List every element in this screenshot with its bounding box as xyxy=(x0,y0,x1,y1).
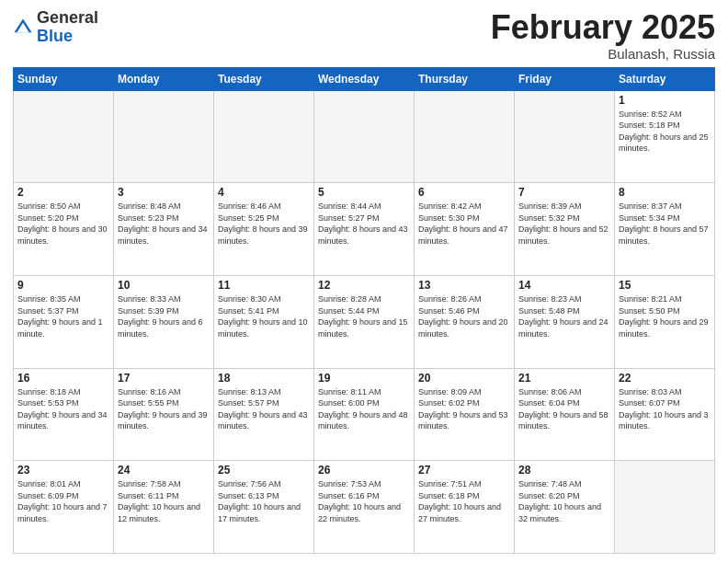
calendar-day-cell: 19Sunrise: 8:11 AM Sunset: 6:00 PM Dayli… xyxy=(314,368,415,461)
day-info: Sunrise: 8:52 AM Sunset: 5:18 PM Dayligh… xyxy=(619,109,711,155)
day-info: Sunrise: 8:18 AM Sunset: 5:53 PM Dayligh… xyxy=(17,386,109,432)
calendar-day-cell: 25Sunrise: 7:56 AM Sunset: 6:13 PM Dayli… xyxy=(214,461,314,554)
day-info: Sunrise: 8:30 AM Sunset: 5:41 PM Dayligh… xyxy=(218,293,310,339)
calendar-day-cell: 26Sunrise: 7:53 AM Sunset: 6:16 PM Dayli… xyxy=(314,461,415,554)
calendar-day-cell: 3Sunrise: 8:48 AM Sunset: 5:23 PM Daylig… xyxy=(114,183,214,276)
day-info: Sunrise: 7:48 AM Sunset: 6:20 PM Dayligh… xyxy=(518,478,610,524)
calendar-header-row: SundayMondayTuesdayWednesdayThursdayFrid… xyxy=(14,67,715,90)
day-number: 28 xyxy=(518,464,610,477)
page: General Blue February 2025 Bulanash, Rus… xyxy=(0,0,728,563)
day-of-week-header: Monday xyxy=(114,67,214,90)
calendar-day-cell: 20Sunrise: 8:09 AM Sunset: 6:02 PM Dayli… xyxy=(415,368,515,461)
logo: General Blue xyxy=(13,9,98,46)
logo-blue-text: Blue xyxy=(37,27,73,45)
day-info: Sunrise: 8:42 AM Sunset: 5:30 PM Dayligh… xyxy=(418,201,510,247)
day-number: 4 xyxy=(218,186,310,199)
day-of-week-header: Wednesday xyxy=(314,67,415,90)
day-info: Sunrise: 8:35 AM Sunset: 5:37 PM Dayligh… xyxy=(17,293,109,339)
day-number: 25 xyxy=(218,464,310,477)
day-info: Sunrise: 8:09 AM Sunset: 6:02 PM Dayligh… xyxy=(418,386,510,432)
day-number: 26 xyxy=(318,464,410,477)
calendar-day-cell: 8Sunrise: 8:37 AM Sunset: 5:34 PM Daylig… xyxy=(615,183,715,276)
day-number: 3 xyxy=(118,186,210,199)
calendar-empty-cell xyxy=(14,90,114,183)
logo-icon xyxy=(13,17,33,38)
calendar-empty-cell xyxy=(114,90,214,183)
calendar-day-cell: 22Sunrise: 8:03 AM Sunset: 6:07 PM Dayli… xyxy=(615,368,715,461)
day-info: Sunrise: 8:03 AM Sunset: 6:07 PM Dayligh… xyxy=(619,386,711,432)
calendar-week-row: 1Sunrise: 8:52 AM Sunset: 5:18 PM Daylig… xyxy=(14,90,715,183)
day-info: Sunrise: 8:50 AM Sunset: 5:20 PM Dayligh… xyxy=(17,201,109,247)
calendar-table: SundayMondayTuesdayWednesdayThursdayFrid… xyxy=(13,67,715,554)
day-number: 2 xyxy=(17,186,109,199)
calendar-day-cell: 23Sunrise: 8:01 AM Sunset: 6:09 PM Dayli… xyxy=(14,461,114,554)
calendar-day-cell: 14Sunrise: 8:23 AM Sunset: 5:48 PM Dayli… xyxy=(515,275,615,368)
logo-general-text: General xyxy=(37,8,98,27)
day-number: 16 xyxy=(17,372,109,385)
calendar-day-cell: 4Sunrise: 8:46 AM Sunset: 5:25 PM Daylig… xyxy=(214,183,314,276)
day-info: Sunrise: 7:51 AM Sunset: 6:18 PM Dayligh… xyxy=(418,478,510,524)
calendar-day-cell: 21Sunrise: 8:06 AM Sunset: 6:04 PM Dayli… xyxy=(515,368,615,461)
day-info: Sunrise: 8:21 AM Sunset: 5:50 PM Dayligh… xyxy=(619,293,711,339)
calendar-day-cell: 15Sunrise: 8:21 AM Sunset: 5:50 PM Dayli… xyxy=(615,275,715,368)
calendar-empty-cell xyxy=(615,461,715,554)
day-number: 24 xyxy=(118,464,210,477)
calendar-week-row: 16Sunrise: 8:18 AM Sunset: 5:53 PM Dayli… xyxy=(14,368,715,461)
calendar-day-cell: 2Sunrise: 8:50 AM Sunset: 5:20 PM Daylig… xyxy=(14,183,114,276)
day-number: 6 xyxy=(418,186,510,199)
day-number: 19 xyxy=(318,372,410,385)
day-info: Sunrise: 8:16 AM Sunset: 5:55 PM Dayligh… xyxy=(118,386,210,432)
day-info: Sunrise: 8:01 AM Sunset: 6:09 PM Dayligh… xyxy=(17,478,109,524)
day-info: Sunrise: 8:44 AM Sunset: 5:27 PM Dayligh… xyxy=(318,201,410,247)
day-info: Sunrise: 8:13 AM Sunset: 5:57 PM Dayligh… xyxy=(218,386,310,432)
day-number: 20 xyxy=(418,372,510,385)
day-info: Sunrise: 8:39 AM Sunset: 5:32 PM Dayligh… xyxy=(518,201,610,247)
day-number: 1 xyxy=(619,94,711,107)
day-info: Sunrise: 7:58 AM Sunset: 6:11 PM Dayligh… xyxy=(118,478,210,524)
day-info: Sunrise: 8:37 AM Sunset: 5:34 PM Dayligh… xyxy=(619,201,711,247)
day-number: 23 xyxy=(17,464,109,477)
day-of-week-header: Tuesday xyxy=(214,67,314,90)
day-of-week-header: Sunday xyxy=(14,67,114,90)
day-number: 21 xyxy=(518,372,610,385)
calendar-day-cell: 7Sunrise: 8:39 AM Sunset: 5:32 PM Daylig… xyxy=(515,183,615,276)
calendar-empty-cell xyxy=(314,90,415,183)
day-info: Sunrise: 8:06 AM Sunset: 6:04 PM Dayligh… xyxy=(518,386,610,432)
day-number: 7 xyxy=(518,186,610,199)
header: General Blue February 2025 Bulanash, Rus… xyxy=(13,9,715,62)
calendar-day-cell: 11Sunrise: 8:30 AM Sunset: 5:41 PM Dayli… xyxy=(214,275,314,368)
calendar-day-cell: 13Sunrise: 8:26 AM Sunset: 5:46 PM Dayli… xyxy=(415,275,515,368)
day-of-week-header: Thursday xyxy=(415,67,515,90)
calendar-week-row: 2Sunrise: 8:50 AM Sunset: 5:20 PM Daylig… xyxy=(14,183,715,276)
day-info: Sunrise: 8:33 AM Sunset: 5:39 PM Dayligh… xyxy=(118,293,210,339)
calendar-day-cell: 12Sunrise: 8:28 AM Sunset: 5:44 PM Dayli… xyxy=(314,275,415,368)
calendar-day-cell: 28Sunrise: 7:48 AM Sunset: 6:20 PM Dayli… xyxy=(515,461,615,554)
day-number: 17 xyxy=(118,372,210,385)
day-info: Sunrise: 7:53 AM Sunset: 6:16 PM Dayligh… xyxy=(318,478,410,524)
calendar-day-cell: 9Sunrise: 8:35 AM Sunset: 5:37 PM Daylig… xyxy=(14,275,114,368)
day-info: Sunrise: 8:11 AM Sunset: 6:00 PM Dayligh… xyxy=(318,386,410,432)
day-info: Sunrise: 7:56 AM Sunset: 6:13 PM Dayligh… xyxy=(218,478,310,524)
calendar-day-cell: 27Sunrise: 7:51 AM Sunset: 6:18 PM Dayli… xyxy=(415,461,515,554)
day-info: Sunrise: 8:28 AM Sunset: 5:44 PM Dayligh… xyxy=(318,293,410,339)
calendar-empty-cell xyxy=(515,90,615,183)
day-info: Sunrise: 8:23 AM Sunset: 5:48 PM Dayligh… xyxy=(518,293,610,339)
day-number: 15 xyxy=(619,279,711,292)
calendar-day-cell: 6Sunrise: 8:42 AM Sunset: 5:30 PM Daylig… xyxy=(415,183,515,276)
calendar-day-cell: 1Sunrise: 8:52 AM Sunset: 5:18 PM Daylig… xyxy=(615,90,715,183)
calendar-day-cell: 24Sunrise: 7:58 AM Sunset: 6:11 PM Dayli… xyxy=(114,461,214,554)
day-number: 10 xyxy=(118,279,210,292)
calendar-day-cell: 17Sunrise: 8:16 AM Sunset: 5:55 PM Dayli… xyxy=(114,368,214,461)
day-number: 5 xyxy=(318,186,410,199)
day-number: 13 xyxy=(418,279,510,292)
day-number: 11 xyxy=(218,279,310,292)
calendar-empty-cell xyxy=(214,90,314,183)
day-number: 22 xyxy=(619,372,711,385)
day-number: 27 xyxy=(418,464,510,477)
day-number: 12 xyxy=(318,279,410,292)
day-info: Sunrise: 8:26 AM Sunset: 5:46 PM Dayligh… xyxy=(418,293,510,339)
day-number: 18 xyxy=(218,372,310,385)
calendar-week-row: 9Sunrise: 8:35 AM Sunset: 5:37 PM Daylig… xyxy=(14,275,715,368)
day-number: 9 xyxy=(17,279,109,292)
calendar-empty-cell xyxy=(415,90,515,183)
